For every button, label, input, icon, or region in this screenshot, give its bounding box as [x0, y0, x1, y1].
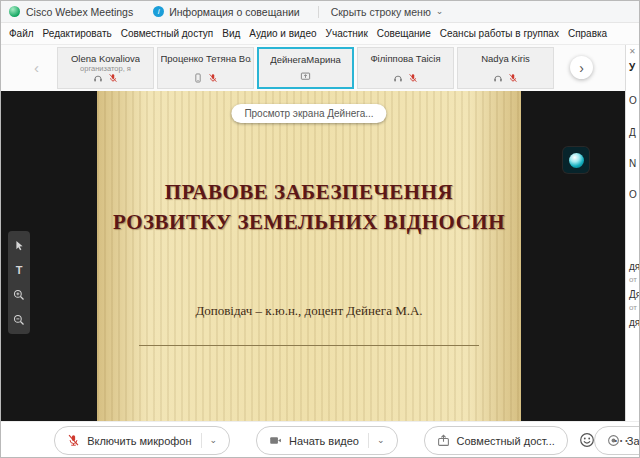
share-screen-icon [437, 434, 450, 447]
participant-card-protsenko[interactable]: Проценко Тетяна Воло... [157, 47, 254, 89]
menu-meeting[interactable]: Совещание [377, 28, 431, 39]
participant-name: Проценко Тетяна Воло... [161, 53, 251, 64]
webex-logo-icon [9, 6, 20, 17]
chevron-down-icon: ⌄ [377, 436, 385, 445]
slide-title-line1: ПРАВОВЕ ЗАБЕЗПЕЧЕННЯ [107, 177, 511, 207]
mic-off-icon [408, 73, 418, 83]
participant-list-fragment[interactable]: О [629, 95, 637, 106]
info-icon: i [153, 6, 164, 17]
panel-title-fragment: У [629, 62, 635, 73]
menu-file[interactable]: Файл [9, 28, 34, 39]
menu-edit[interactable]: Редактировать [43, 28, 112, 39]
hide-menu-label: Скрыть строку меню [331, 6, 431, 18]
participant-name: Olena Kovaliova [71, 53, 140, 63]
meeting-controls-bar: Включить микрофон ⌄ Начать видео ⌄ Совме… [1, 421, 640, 458]
side-panel-sliver: ✕ У О Д N О дяк от п Дяк от у дяк [625, 45, 639, 421]
meeting-info-button[interactable]: i Информация о совещании [153, 6, 299, 18]
participant-name: Nadya Kiris [481, 53, 530, 64]
titlebar: Cisco Webex Meetings i Информация о сове… [1, 1, 639, 23]
headset-icon [493, 73, 503, 83]
slide-title-line2: РОЗВИТКУ ЗЕМЕЛЬНИХ ВІДНОСИН [107, 207, 511, 237]
zoom-out-icon[interactable] [12, 313, 26, 327]
webex-ball-icon [569, 153, 584, 168]
presentation-slide: ПРАВОВЕ ЗАБЕЗПЕЧЕННЯ РОЗВИТКУ ЗЕМЕЛЬНИХ … [97, 91, 521, 421]
filmstrip-next-button[interactable]: › [570, 56, 593, 79]
participant-role: организатор, я [80, 64, 131, 73]
app-title: Cisco Webex Meetings [26, 6, 133, 18]
chevron-down-icon: ⌄ [210, 436, 218, 445]
chat-meta-fragment: от у [629, 303, 639, 312]
chat-message-fragment: Дяк [629, 289, 639, 300]
slide-speaker-line: Доповідач – к.ю.н., доцент Дейнега М.А. [97, 303, 521, 319]
pointer-tool-icon[interactable] [12, 238, 26, 252]
share-content-button[interactable]: Совместный дост... [424, 426, 568, 455]
zoom-in-icon[interactable] [12, 288, 26, 302]
slide-divider-line [139, 345, 479, 346]
start-video-button[interactable]: Начать видео ⌄ [256, 426, 397, 455]
bottom-right-controls: ⋯ [575, 428, 633, 452]
mic-off-icon [208, 73, 218, 83]
menu-participant[interactable]: Участник [326, 28, 368, 39]
phone-icon [193, 73, 203, 83]
more-options-button[interactable]: ⋯ [609, 428, 633, 452]
participant-filmstrip: ‹ Olena Kovaliova организатор, я Проценк… [1, 45, 639, 93]
chat-meta-fragment: от п [629, 275, 639, 284]
headset-icon [93, 73, 103, 83]
reactions-button[interactable] [575, 428, 599, 452]
webex-assistant-button[interactable] [563, 147, 589, 173]
annotation-toolbar: T [8, 231, 30, 334]
menu-help[interactable]: Справка [568, 28, 607, 39]
participant-list-fragment[interactable]: N [629, 158, 636, 169]
mic-off-icon [67, 434, 80, 447]
participant-name: ДейнегаМарина [270, 54, 341, 65]
participant-list-fragment[interactable]: Д [629, 127, 636, 138]
screen-share-icon [300, 71, 311, 82]
participant-card-nadya[interactable]: Nadya Kiris [457, 47, 554, 89]
menu-share[interactable]: Совместный доступ [121, 28, 214, 39]
share-content-label: Совместный дост... [457, 435, 555, 447]
text-tool-icon[interactable]: T [12, 263, 26, 277]
menubar: Файл Редактировать Совместный доступ Вид… [1, 23, 639, 45]
screen-share-banner[interactable]: Просмотр экрана Дейнега... [231, 104, 386, 123]
chat-message-fragment: дяк [629, 261, 639, 272]
video-options-toggle[interactable]: ⌄ [368, 433, 385, 448]
webex-meeting-window: Cisco Webex Meetings i Информация о сове… [0, 0, 640, 458]
panel-close-icon[interactable]: ✕ [629, 47, 636, 56]
slide-title: ПРАВОВЕ ЗАБЕЗПЕЧЕННЯ РОЗВИТКУ ЗЕМЕЛЬНИХ … [107, 177, 511, 238]
shared-screen-stage: ПРАВОВЕ ЗАБЕЗПЕЧЕННЯ РОЗВИТКУ ЗЕМЕЛЬНИХ … [1, 91, 640, 421]
participant-cards: Olena Kovaliova организатор, я Проценко … [57, 47, 554, 89]
chat-message-fragment: дяк [629, 317, 639, 328]
mic-off-icon [108, 73, 118, 83]
chevron-down-icon: ⌄ [436, 7, 444, 16]
participant-card-filippova[interactable]: Філіппова Таісія [357, 47, 454, 89]
menu-view[interactable]: Вид [222, 28, 240, 39]
audio-options-toggle[interactable]: ⌄ [201, 433, 218, 448]
start-video-label: Начать видео [289, 435, 359, 447]
unmute-button[interactable]: Включить микрофон ⌄ [54, 426, 230, 455]
menu-breakout-sessions[interactable]: Сеансы работы в группах [440, 28, 559, 39]
camera-icon [269, 434, 282, 447]
participant-list-fragment[interactable]: О [629, 189, 637, 200]
participant-name: Філіппова Таісія [370, 53, 440, 64]
menu-audio-video[interactable]: Аудио и видео [249, 28, 316, 39]
unmute-label: Включить микрофон [87, 435, 191, 447]
participant-card-olena[interactable]: Olena Kovaliova организатор, я [57, 47, 154, 89]
hide-menu-button[interactable]: Скрыть строку меню ⌄ [318, 6, 444, 18]
filmstrip-prev-button[interactable]: ‹ [34, 59, 39, 76]
mic-off-icon [508, 73, 518, 83]
participant-card-deineha-active[interactable]: ДейнегаМарина [257, 47, 354, 89]
headset-icon [393, 73, 403, 83]
meeting-info-label: Информация о совещании [169, 6, 299, 18]
